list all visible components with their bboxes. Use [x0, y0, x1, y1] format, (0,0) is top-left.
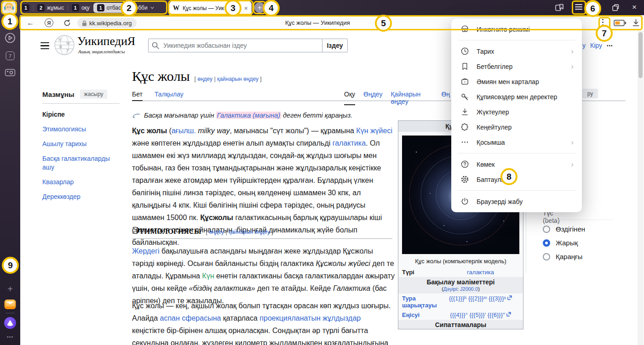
login-link[interactable]: Кіру: [590, 42, 602, 49]
tab-group-study[interactable]: 1 оқу: [72, 4, 90, 11]
url-pill[interactable]: kk.wikipedia.org: [77, 18, 137, 28]
tab-clipped[interactable]: Өң: [441, 90, 450, 105]
window-close-icon[interactable]: ×: [632, 3, 637, 12]
avatar-girl-icon: [2, 1, 16, 14]
galaxy-link[interactable]: галактика: [442, 269, 519, 276]
inline-link[interactable]: Галактика (мағына): [216, 112, 282, 119]
wallet-icon: [460, 77, 470, 86]
menu-item-extensions[interactable]: Кеңейтулер: [451, 119, 582, 135]
ra-label-link[interactable]: Тура шарықтауы: [402, 295, 442, 309]
gear-icon: [460, 175, 470, 184]
help-icon: [460, 160, 470, 169]
menu-item-incognito[interactable]: Инкогнито режимі: [451, 22, 582, 37]
sidebar-more-icon[interactable]: •••: [7, 334, 14, 339]
radio-option-dark[interactable]: Қараңғы: [543, 253, 582, 260]
back-icon[interactable]: ←: [27, 19, 34, 27]
radio-icon[interactable]: [543, 226, 550, 233]
search-input[interactable]: [148, 39, 322, 52]
inline-link[interactable]: галактика: [333, 139, 366, 147]
svg-text:И: И: [59, 45, 62, 49]
menu-item-help[interactable]: Көмек ›: [451, 157, 582, 172]
address-bar-page-title: Құс жолы — Уикипедия: [285, 19, 350, 26]
inline-link[interactable]: J2000.0: [460, 286, 478, 292]
dec-label-link[interactable]: Еңісуі: [402, 311, 442, 318]
paragraph-etymology: Жердегі бақылаушыға аспандағы мыңдаған ж…: [132, 245, 395, 307]
screenshot-icon[interactable]: [5, 68, 16, 77]
toc-item-etymology[interactable]: Этимологиясы: [42, 125, 124, 134]
tab-page[interactable]: Бет: [132, 90, 143, 101]
url-text: kk.wikipedia.org: [89, 20, 132, 27]
callout-5: 5: [375, 15, 392, 32]
inline-link[interactable]: аспан сферасына: [160, 314, 221, 322]
tab-bar: 1 2 жұмыс 1 оқу 1 отбасы хобби W Құс жол…: [0, 0, 644, 15]
wikipedia-wordmark[interactable]: УикипедиЯ: [77, 34, 135, 48]
menu-item-close-browser[interactable]: Браузерді жабу: [451, 194, 582, 209]
download-icon[interactable]: [632, 19, 640, 27]
tab-read[interactable]: Оқу: [344, 90, 355, 105]
wiki-main-menu-icon[interactable]: [40, 42, 49, 49]
tab-edit[interactable]: Өңдеу: [363, 90, 382, 105]
inline-link[interactable]: Дәуірі: [443, 286, 457, 292]
edit-link[interactable]: өңдеу: [209, 229, 224, 235]
sidebar-panels-icon[interactable]: [555, 4, 564, 12]
inline-link[interactable]: Күн жүйесі: [356, 127, 392, 135]
menu-label: Кеңейтулер: [477, 124, 512, 131]
toc-hide-button[interactable]: жасыру: [80, 90, 108, 99]
inline-link[interactable]: Жердегі: [132, 247, 160, 255]
yandex-logo-icon[interactable]: Я: [45, 18, 53, 27]
text-run: Құсжолы жүйесі: [316, 260, 370, 267]
search-button[interactable]: Іздеу: [322, 39, 348, 52]
edit-source-link[interactable]: қайнарын өңдеу: [229, 229, 270, 235]
battery-icon[interactable]: [614, 20, 626, 26]
menu-item-downloads[interactable]: Жүктеулер: [451, 104, 582, 119]
signup-link-partial[interactable]: у: [582, 42, 586, 49]
inline-link[interactable]: проекцияланатын жұлдыздар: [259, 314, 361, 322]
tab-counter-icon[interactable]: 7: [6, 51, 15, 60]
callout-2: 2: [121, 0, 138, 17]
tab-group-count[interactable]: 1: [22, 4, 29, 11]
inline-link[interactable]: Күн: [202, 272, 214, 280]
infobox-section-characteristics: Сипаттамалары: [398, 320, 523, 329]
menu-item-wallet[interactable]: Әмиян мен карталар: [451, 74, 582, 89]
play-video-icon[interactable]: [5, 33, 16, 43]
sidebar-add-icon[interactable]: +: [7, 284, 13, 294]
toc-item-intro[interactable]: Кіріспе: [42, 110, 124, 119]
yandex-mail-icon[interactable]: [5, 300, 16, 309]
alice-assistant-icon[interactable]: [4, 317, 16, 329]
window-restore-icon[interactable]: [612, 4, 619, 11]
menu-label: Инкогнито режимі: [477, 26, 530, 33]
text-run: қатарласа: [221, 314, 259, 322]
menu-item-history[interactable]: Тарих ›: [451, 44, 582, 59]
radio-option-light[interactable]: Жарық: [543, 239, 578, 247]
toc-item-history[interactable]: Ашылу тарихы: [42, 140, 124, 148]
more-options-icon[interactable]: •••: [607, 43, 613, 48]
bookmark-icon: [460, 62, 470, 71]
scrollbar-track[interactable]: [638, 31, 644, 345]
reload-icon[interactable]: [63, 19, 71, 27]
menu-item-more[interactable]: Қосымша ›: [451, 135, 582, 150]
menu-item-passwords[interactable]: Құпиясөздер мен деректер: [451, 89, 582, 104]
tab-edit-source[interactable]: Қайнарын өңдеу: [391, 90, 433, 105]
wiki-user-links: у Кіру •••: [582, 42, 613, 49]
tab-talk[interactable]: Талқылау: [155, 90, 184, 101]
hide-button-partial[interactable]: ру: [582, 89, 598, 98]
inline-link[interactable]: ағылш.: [172, 127, 196, 135]
menu-item-bookmarks[interactable]: Бетбелгілер ›: [451, 59, 582, 74]
edit-source-link[interactable]: қайнарын өңдеу: [217, 76, 259, 82]
wikipedia-tagline: Ашық энциклопедиясы: [78, 49, 125, 54]
radio-icon-selected[interactable]: [543, 239, 550, 247]
tab-group-label: жұмыс: [47, 5, 64, 11]
scrollbar-thumb[interactable]: [638, 32, 643, 78]
browser-menu-button[interactable]: [575, 4, 582, 10]
toc-item-quasars[interactable]: Квазарлар: [42, 178, 124, 187]
radio-option-auto[interactable]: Өздігінен: [543, 225, 585, 233]
text-run: ): [478, 286, 480, 292]
tab-close-icon[interactable]: ×: [244, 5, 248, 12]
profile-avatar[interactable]: [2, 1, 16, 14]
edit-link[interactable]: өңдеу: [197, 76, 213, 82]
toc-item-other-galaxies[interactable]: Басқа галактикаларды ашу: [42, 154, 121, 172]
toc-item-references[interactable]: Дереккөздер: [42, 192, 124, 201]
wikipedia-globe-logo[interactable]: Ω W И ア: [54, 34, 75, 56]
tab-group-work[interactable]: 2 жұмыс: [37, 4, 64, 11]
radio-icon[interactable]: [543, 253, 550, 260]
